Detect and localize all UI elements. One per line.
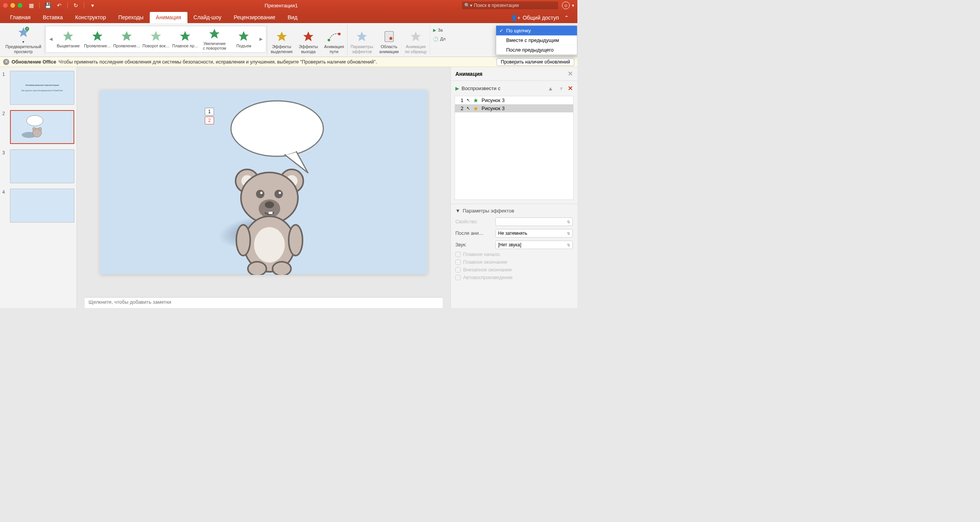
thumbnail-2[interactable] — [10, 110, 74, 144]
close-pane-icon[interactable]: ✕ — [568, 70, 573, 77]
anim-rise[interactable]: Подъем — [229, 30, 258, 49]
disclosure-icon: ▼ — [455, 208, 460, 214]
animation-row-2[interactable]: 2 ↖ Рисунок 3 — [455, 104, 573, 112]
move-up-icon[interactable]: ▲ — [546, 85, 555, 92]
window-controls[interactable] — [3, 3, 22, 8]
anim-float[interactable]: Плавное пр… — [171, 30, 200, 49]
svg-point-34 — [265, 201, 274, 208]
svg-marker-8 — [209, 28, 220, 38]
warning-icon[interactable]: ✕ — [3, 59, 9, 65]
delete-animation-icon[interactable]: ✕ — [568, 85, 573, 92]
tab-home[interactable]: Главная — [4, 12, 37, 23]
tab-design[interactable]: Конструктор — [69, 12, 112, 23]
clock-icon: 🕐 — [433, 37, 438, 42]
document-title: Презентация1 — [100, 3, 462, 8]
svg-point-41 — [273, 262, 291, 275]
svg-marker-43 — [473, 106, 478, 110]
animation-tag-2[interactable]: 2 — [205, 117, 214, 124]
svg-point-18 — [27, 115, 43, 126]
update-notification: ✕ Обновление Office Чтобы применить посл… — [0, 57, 577, 67]
share-icon: 👤+ — [511, 15, 520, 21]
sound-select[interactable]: [Нет звука]⇅ — [495, 241, 573, 249]
exit-effects-button[interactable]: Эффекты выхода — [296, 25, 321, 55]
thumbnail-3[interactable] — [10, 149, 74, 183]
close-window-icon[interactable] — [3, 3, 8, 8]
chevron-down-icon: ▾ — [22, 40, 24, 44]
anim-appear[interactable]: Проявление… — [83, 30, 112, 49]
play-icon: ▶ — [455, 85, 459, 91]
qat-customize-icon[interactable]: ▾ — [89, 2, 96, 9]
svg-point-22 — [38, 127, 42, 130]
animation-painter-button[interactable]: Анимация по образцу — [402, 25, 430, 55]
save-icon[interactable]: 💾 — [44, 2, 51, 9]
bear-image[interactable] — [223, 159, 323, 276]
svg-marker-5 — [122, 31, 132, 41]
collapse-ribbon-icon[interactable]: ⌃ — [564, 15, 569, 21]
svg-marker-7 — [180, 31, 191, 41]
notes-field[interactable]: Щелкните, чтобы добавить заметки — [85, 297, 443, 308]
dropdown-after-prev[interactable]: После предыдущего — [496, 45, 577, 55]
svg-point-23 — [231, 101, 323, 156]
svg-point-37 — [254, 227, 285, 263]
svg-rect-35 — [269, 212, 273, 214]
svg-point-13 — [338, 33, 341, 35]
start-dropdown[interactable]: По щелчку Вместе с предыдущим После пред… — [496, 25, 577, 55]
thumbnail-4[interactable] — [10, 189, 74, 223]
tab-animation[interactable]: Анимация — [150, 12, 187, 23]
slide-canvas[interactable]: 1 2 — [100, 90, 427, 274]
start-label: За — [438, 28, 443, 33]
svg-point-38 — [236, 225, 250, 256]
effect-options-button[interactable]: Параметры эффектов — [348, 25, 376, 55]
svg-point-40 — [248, 262, 266, 275]
check-updates-button[interactable]: Проверить наличие обновлений — [497, 58, 574, 66]
anim-fade[interactable]: Выцветание — [54, 30, 83, 49]
svg-marker-42 — [473, 98, 478, 102]
feedback-chevron-icon[interactable]: ▾ — [572, 3, 574, 8]
dropdown-on-click[interactable]: По щелчку — [496, 26, 577, 35]
motion-path-button[interactable]: Анимация пути — [321, 25, 348, 55]
tab-review[interactable]: Рецензирование — [227, 12, 281, 23]
anim-spin[interactable]: Поворот вок… — [141, 30, 171, 49]
animation-row-1[interactable]: 1 ↖ Рисунок 3 — [455, 96, 573, 104]
search-placeholder: Поиск в презентации — [474, 3, 519, 8]
after-anim-select[interactable]: Не затемнять⇅ — [495, 229, 573, 238]
dropdown-with-prev[interactable]: Вместе с предыдущим — [496, 35, 577, 45]
svg-rect-15 — [385, 31, 393, 42]
svg-marker-9 — [239, 31, 249, 41]
animation-tag-1[interactable]: 1 — [205, 108, 214, 115]
feedback-icon[interactable]: ☺ — [562, 2, 570, 9]
svg-marker-10 — [276, 31, 287, 41]
animation-gallery[interactable]: ◀ Выцветание Проявление… Проявление… Пов… — [45, 26, 266, 53]
gallery-next-icon[interactable]: ▶ — [258, 37, 264, 42]
redo-icon[interactable]: ↻ — [72, 2, 79, 9]
cursor-icon: ↖ — [467, 106, 470, 111]
share-button[interactable]: 👤+ Общий доступ ⌃ — [506, 12, 574, 23]
search-field[interactable]: 🔍▾ Поиск в презентации — [462, 2, 558, 9]
thumbnail-1[interactable]: Анимированная презентация Как сделать пр… — [10, 71, 74, 105]
smooth-end-checkbox: Плавное окончание — [451, 258, 577, 266]
tab-view[interactable]: Вид — [281, 12, 303, 23]
move-down-icon[interactable]: ▼ — [557, 85, 565, 92]
emphasis-effects-button[interactable]: Эффекты выделения — [268, 25, 296, 55]
tab-insert[interactable]: Вставка — [37, 12, 69, 23]
animation-pane-button[interactable]: Область анимации — [376, 25, 402, 55]
gallery-prev-icon[interactable]: ◀ — [48, 37, 54, 42]
svg-point-32 — [279, 192, 281, 194]
undo-icon[interactable]: ↶ — [56, 2, 63, 9]
svg-point-29 — [256, 190, 264, 198]
svg-point-30 — [260, 192, 263, 194]
tab-slideshow[interactable]: Слайд-шоу — [187, 12, 228, 23]
effect-params-header[interactable]: ▼ Параметры эффектов — [451, 204, 577, 216]
minimize-window-icon[interactable] — [10, 3, 15, 8]
preview-button[interactable]: ▾ Предварительный просмотр — [2, 25, 45, 55]
animation-pane: Анимация ✕ ▶ Воспроизвести с ▲ ▼ ✕ 1 ↖ Р… — [450, 67, 577, 308]
svg-marker-14 — [357, 31, 367, 41]
svg-point-39 — [289, 225, 303, 256]
anim-grow-spin[interactable]: Увеличение с поворотом — [200, 28, 229, 51]
play-icon: ▶ — [433, 28, 436, 33]
layout-icon[interactable]: ▦ — [28, 2, 35, 9]
tab-transitions[interactable]: Переходы — [112, 12, 150, 23]
anim-appear2[interactable]: Проявление… — [112, 30, 141, 49]
play-from-button[interactable]: Воспроизвести с — [462, 85, 500, 91]
maximize-window-icon[interactable] — [18, 3, 22, 8]
